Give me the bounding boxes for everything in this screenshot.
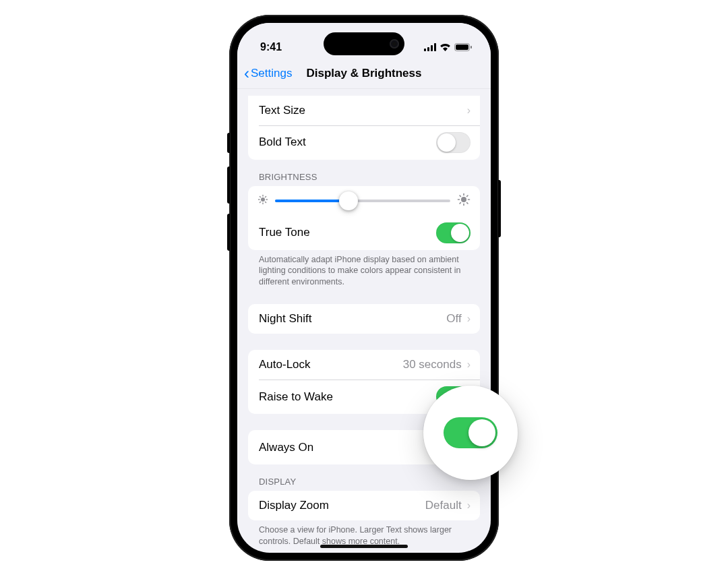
brightness-slider[interactable] — [275, 200, 450, 202]
sun-min-icon — [257, 194, 268, 208]
row-label: Auto-Lock — [259, 358, 311, 371]
cellular-signal-icon — [424, 43, 436, 51]
slider-fill — [275, 200, 348, 202]
row-value: Off — [446, 312, 461, 326]
svg-line-13 — [266, 202, 266, 202]
true-tone-row[interactable]: True Tone — [248, 216, 480, 250]
true-tone-footer: Automatically adapt iPhone display based… — [248, 250, 480, 289]
svg-line-14 — [260, 202, 260, 202]
dynamic-island — [324, 32, 404, 55]
svg-line-23 — [460, 202, 460, 203]
battery-icon — [454, 43, 472, 51]
home-indicator[interactable] — [320, 545, 408, 548]
auto-lock-row[interactable]: Auto-Lock 30 seconds › — [248, 350, 480, 380]
night-shift-group: Night Shift Off › — [248, 304, 480, 334]
volume-up-button — [227, 167, 230, 204]
svg-point-7 — [261, 198, 265, 202]
night-shift-row[interactable]: Night Shift Off › — [248, 304, 480, 334]
text-size-row[interactable]: Text Size › — [248, 96, 480, 125]
svg-rect-5 — [456, 44, 468, 50]
bold-text-row[interactable]: Bold Text — [248, 125, 480, 160]
chevron-right-icon: › — [467, 313, 471, 325]
text-group: Text Size › Bold Text — [248, 96, 480, 160]
svg-point-16 — [461, 197, 466, 202]
svg-rect-6 — [471, 46, 472, 49]
svg-line-15 — [266, 196, 266, 197]
status-icons — [424, 43, 472, 51]
camera-icon — [390, 39, 399, 49]
always-on-toggle-zoomed — [444, 417, 497, 448]
svg-line-24 — [467, 195, 468, 196]
highlight-magnifier — [423, 386, 518, 480]
brightness-header: BRIGHTNESS — [248, 160, 480, 186]
svg-line-22 — [467, 202, 468, 203]
svg-line-21 — [460, 195, 460, 196]
chevron-right-icon: › — [467, 500, 471, 512]
page-title: Display & Brightness — [307, 67, 422, 80]
row-label: Text Size — [259, 104, 305, 117]
iphone-device-frame: 9:41 ‹ Settings Display & Brightness — [229, 15, 499, 561]
row-label: Raise to Wake — [259, 390, 333, 404]
brightness-group: True Tone — [248, 186, 480, 250]
chevron-right-icon: › — [467, 359, 471, 371]
settings-content[interactable]: Text Size › Bold Text BRIGHTNESS — [237, 89, 491, 553]
chevron-left-icon: ‹ — [244, 65, 249, 82]
power-button — [498, 180, 501, 237]
sun-max-icon — [457, 193, 471, 209]
navigation-bar: ‹ Settings Display & Brightness — [237, 59, 491, 89]
display-zoom-group: Display Zoom Default › — [248, 491, 480, 520]
wifi-icon — [439, 43, 451, 51]
row-label: Night Shift — [259, 312, 311, 326]
row-value: 30 seconds — [403, 358, 462, 371]
row-label: Bold Text — [259, 135, 306, 149]
row-label: True Tone — [259, 226, 310, 239]
bold-text-toggle[interactable] — [436, 132, 471, 153]
status-time: 9:41 — [260, 41, 282, 53]
svg-rect-1 — [427, 47, 429, 51]
svg-line-12 — [260, 196, 260, 197]
row-value: Default — [425, 499, 462, 512]
row-label: Always On — [259, 441, 313, 454]
svg-rect-2 — [431, 45, 433, 51]
side-button — [227, 133, 230, 153]
svg-rect-3 — [434, 43, 436, 51]
svg-rect-0 — [424, 49, 426, 51]
brightness-slider-row[interactable] — [248, 186, 480, 216]
display-zoom-row[interactable]: Display Zoom Default › — [248, 491, 480, 520]
display-zoom-footer: Choose a view for iPhone. Larger Text sh… — [248, 520, 480, 547]
row-label: Display Zoom — [259, 499, 329, 512]
volume-down-button — [227, 214, 230, 251]
back-button[interactable]: ‹ Settings — [244, 65, 292, 82]
chevron-right-icon: › — [467, 104, 471, 117]
back-label: Settings — [251, 67, 292, 80]
slider-thumb[interactable] — [339, 191, 358, 210]
true-tone-toggle[interactable] — [436, 222, 471, 243]
